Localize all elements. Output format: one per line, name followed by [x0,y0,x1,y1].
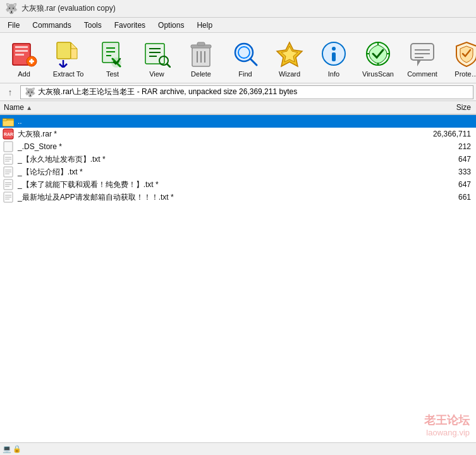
menu-item-help[interactable]: Help [190,20,219,31]
toolbar-btn-protect[interactable]: Prote… [445,35,476,81]
file-icon-rar: RAR [1,128,15,140]
file-row[interactable]: _.DS_Store *212 [0,140,476,153]
title-text: 大灰狼.rar (evaluation copy) [21,3,116,14]
col-name-header[interactable]: Name ▲ [0,103,413,112]
col-size-header[interactable]: Size [413,103,476,112]
toolbar-label-delete: Delete [191,70,211,78]
toolbar-label-add: Add [18,70,30,78]
file-row[interactable]: _最新地址及APP请发邮箱自动获取！！！.txt *661 [0,191,476,203]
toolbar-btn-add[interactable]: Add [3,35,46,81]
toolbar-icon-extract-to [53,39,83,69]
toolbar-icon-info [319,39,349,69]
main-area: Name ▲ Size .. RAR 大灰狼.rar *26,366,711 _… [0,101,476,442]
file-icon-txt4 [1,191,15,203]
status-icon-lock: 🔒 [13,445,21,453]
file-list: .. RAR 大灰狼.rar *26,366,711 _.DS_Store *2… [0,115,476,203]
app-icon: 🐺 [5,3,18,15]
status-bar: 💻 🔒 [0,442,476,455]
toolbar-label-test: Test [106,70,119,78]
file-size: 26,366,711 [413,130,476,138]
svg-rect-6 [31,59,33,64]
file-size: 212 [413,142,476,151]
svg-rect-32 [332,52,336,61]
svg-line-18 [167,64,170,67]
toolbar-label-info: Info [328,70,339,78]
toolbar-icon-wizard [274,39,305,69]
svg-rect-1 [15,46,28,48]
svg-marker-39 [417,60,421,66]
toolbar-btn-test[interactable]: Test [91,35,134,81]
file-size: 333 [413,167,476,176]
file-name: _.DS_Store * [15,142,413,151]
menu-item-tools[interactable]: Tools [78,20,108,31]
address-bar: ↑ 🐺 大灰狼.rar\上老王论坛当老王 - RAR archive, unpa… [0,83,476,101]
svg-point-31 [332,47,336,51]
toolbar-label-find: Find [238,70,252,78]
file-name: .. [15,117,413,126]
menu-item-favorites[interactable]: Favorites [108,20,152,31]
file-row[interactable]: _【来了就能下载和观看！纯免费！】.txt *647 [0,178,476,191]
title-bar: 🐺 大灰狼.rar (evaluation copy) [0,0,476,18]
toolbar-label-extract-to: Extract To [53,70,84,78]
toolbar-btn-comment[interactable]: Comment [401,35,444,81]
file-icon-txt2 [1,166,15,178]
column-header: Name ▲ Size [0,101,476,115]
svg-rect-45 [3,119,7,121]
file-name: _【论坛介绍】.txt * [15,167,413,178]
toolbar-btn-wizard[interactable]: Wizard [268,35,311,81]
file-name: _【来了就能下载和观看！纯免费！】.txt * [15,179,413,190]
file-row[interactable]: .. [0,115,476,128]
svg-rect-48 [4,142,13,152]
file-size: 647 [413,180,476,189]
svg-line-27 [250,59,257,65]
file-icon-txt1 [1,154,15,165]
file-name: 大灰狼.rar * [15,129,413,140]
file-row[interactable]: _【论坛介绍】.txt *333 [0,166,476,178]
file-icon-up [1,116,15,126]
toolbar-btn-find[interactable]: Find [224,35,267,81]
file-name: _【永久地址发布页】.txt * [15,154,413,165]
toolbar-icon-delete [186,39,216,69]
svg-rect-3 [15,54,24,56]
menu-bar: FileCommandsToolsFavoritesOptionsHelp [0,18,476,33]
file-icon-ds [1,141,15,152]
toolbar-label-comment: Comment [407,70,437,78]
path-icon: 🐺 [25,87,35,97]
toolbar-btn-virusscan[interactable]: VirusScan [357,35,400,81]
status-icons: 💻 🔒 [3,445,21,453]
toolbar-icon-add [9,39,39,69]
status-icon-computer: 💻 [3,445,11,453]
toolbar-btn-extract-to[interactable]: Extract To [47,35,90,81]
toolbar-icon-comment [407,39,437,69]
toolbar-label-protect: Prote… [455,70,476,78]
file-row[interactable]: _【永久地址发布页】.txt *647 [0,153,476,166]
toolbar: Add Extract To Test View [0,33,476,83]
menu-item-commands[interactable]: Commands [26,20,77,31]
file-size: 661 [413,193,476,202]
toolbar-icon-view [142,39,172,69]
toolbar-label-virusscan: VirusScan [362,70,394,78]
toolbar-icon-virusscan [363,39,393,69]
file-name: _最新地址及APP请发邮箱自动获取！！！.txt * [15,192,413,203]
sort-indicator: ▲ [26,104,32,111]
toolbar-icon-test [97,39,128,69]
menu-item-file[interactable]: File [1,20,26,31]
toolbar-icon-protect [451,39,476,69]
svg-rect-21 [197,42,205,46]
file-size: 647 [413,155,476,164]
svg-text:RAR: RAR [4,132,13,136]
toolbar-btn-info[interactable]: Info [312,35,355,81]
svg-rect-2 [15,50,28,52]
svg-rect-7 [57,42,71,59]
toolbar-label-view: View [149,70,164,78]
file-row[interactable]: RAR 大灰狼.rar *26,366,711 [0,128,476,140]
toolbar-label-wizard: Wizard [279,70,300,78]
toolbar-btn-delete[interactable]: Delete [180,35,223,81]
path-box: 🐺 大灰狼.rar\上老王论坛当老王 - RAR archive, unpack… [20,85,473,99]
file-list-container: .. RAR 大灰狼.rar *26,366,711 _.DS_Store *2… [0,115,476,442]
toolbar-btn-view[interactable]: View [135,35,178,81]
menu-item-options[interactable]: Options [152,20,190,31]
toolbar-icon-find [230,39,260,69]
nav-up-button[interactable]: ↑ [3,85,18,99]
path-text: 大灰狼.rar\上老王论坛当老王 - RAR archive, unpacked… [38,87,297,97]
